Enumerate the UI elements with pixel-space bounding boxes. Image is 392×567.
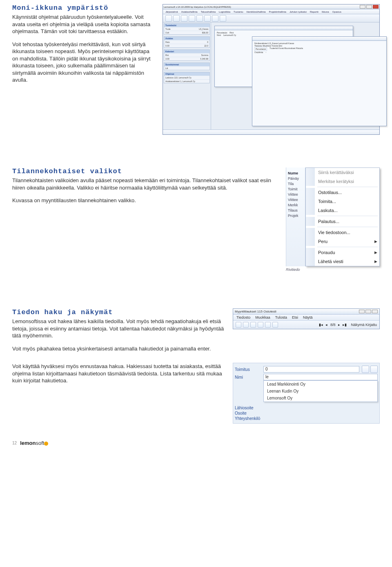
sec3-p3: Voit käyttää hyväksesi myös ennustavaa h…	[12, 363, 225, 384]
grid-header: Nume	[288, 171, 303, 175]
child-window[interactable]: Nimikerakisteri LS_Kassa Lemonsoft Kassa…	[252, 36, 387, 126]
menu-item[interactable]: Projektinhallinta	[269, 11, 286, 13]
field-label: Toimitus	[235, 367, 261, 372]
menu-item[interactable]: Henkilöstöhallinta	[247, 11, 266, 13]
brand-dot-icon	[44, 442, 48, 446]
context-menu-item[interactable]: Toimita...	[315, 197, 379, 206]
menu-item[interactable]: Näytä	[303, 315, 313, 319]
toolbar-button[interactable]	[212, 15, 218, 22]
suggestion-item[interactable]: Leenan Kudin Oy	[264, 388, 377, 395]
grid-footer-label: Rivitiedo	[286, 268, 380, 272]
autocomplete-dropdown: Lead Markkinointi Oy Leenan Kudin Oy Lem…	[263, 380, 378, 402]
sec3-heading: Tiedon haku ja näkymät	[12, 308, 225, 316]
pager-label: 8/8	[330, 323, 336, 327]
context-menu-item[interactable]: Laskuta...	[315, 206, 379, 215]
toolbar-button[interactable]	[220, 15, 226, 22]
view-label: Näkymä Kirjattu	[351, 323, 377, 327]
menu-item[interactable]: Etsi	[292, 315, 298, 319]
menu-item[interactable]: Logistiikka	[219, 11, 230, 13]
field-label: Yhteyshenkilö	[235, 416, 261, 421]
toolbar-button[interactable]	[204, 15, 211, 22]
max-icon[interactable]	[366, 5, 372, 9]
menu-item[interactable]: Opastus	[332, 11, 341, 13]
max-icon[interactable]	[365, 310, 371, 313]
toimitus-input[interactable]: 0	[263, 366, 359, 373]
menu-item[interactable]: Asiakashallinta	[181, 11, 198, 13]
page-number: 12	[12, 441, 17, 445]
sec1-p1: Käynnistät ohjelmat pääruudun työskentel…	[12, 13, 155, 35]
context-menu-item[interactable]: Lähetä viesti▶	[315, 257, 379, 266]
app-screenshot: Lemonsoft v.14.10.2009 kp Harjoitus (LOC…	[163, 4, 380, 135]
context-menu-screenshot: Nume Päiväy Tila Toimit Viittee Viittee …	[286, 167, 380, 266]
suggestion-item[interactable]: Lead Markkinointi Oy	[264, 381, 377, 388]
context-menu-item[interactable]: Ostotilaus...	[315, 188, 379, 197]
min-icon[interactable]	[359, 310, 365, 313]
field-label: Lähiosoite	[235, 406, 261, 410]
min-icon[interactable]	[360, 5, 365, 9]
window-title: Myyntitilaukset 115 Ostotesti	[235, 310, 276, 313]
last-icon[interactable]: ▸▮	[343, 323, 347, 327]
sec1-heading: Moni-ikkuna ympäristö	[12, 4, 155, 12]
app-left-panels: Tuotetiedot TuoteLS_Kassa Ovh836.00 Asia…	[163, 22, 211, 129]
grid-label: Päiväy	[288, 176, 303, 181]
context-menu-item[interactable]: Palautus...	[315, 217, 379, 226]
nimi-input[interactable]: le	[263, 374, 378, 380]
field-label: Osoite	[235, 411, 261, 415]
field-label: Nimi	[235, 375, 261, 379]
prev-icon[interactable]: ◂	[325, 323, 329, 327]
menu-item[interactable]: Taloushallinta	[201, 11, 216, 13]
toolbar-button[interactable]	[189, 15, 195, 22]
toolbar-button[interactable]	[258, 322, 263, 328]
toolbar-button[interactable]	[181, 15, 187, 22]
sec2-heading: Tilannekohtaiset valikot	[12, 167, 278, 175]
suggestion-item[interactable]: Lemonsoft Oy	[264, 395, 377, 402]
grid-label: Viittee	[288, 198, 303, 202]
toolbar-button[interactable]	[243, 322, 249, 328]
next-icon[interactable]: ▸	[337, 323, 341, 327]
context-menu: Siirrä kerättäväksiMerkitse kerätyksiOst…	[305, 167, 380, 266]
sec3-p2: Voit myös pikahakea tietoa yksinkertaise…	[12, 345, 225, 353]
toolbar-button[interactable]	[236, 322, 241, 328]
grid-label: Tila	[288, 182, 303, 186]
sec2-p1: Tilannekohtaisten valikoiden avulla pääs…	[12, 177, 278, 191]
sec3-p1: Lemonsoftissa voit hakea lähes kaikilla …	[12, 318, 225, 339]
close-icon[interactable]	[373, 5, 379, 9]
context-menu-item[interactable]: Poraudu▶	[315, 248, 379, 257]
context-menu-item[interactable]: Siirrä kerättäväksi	[315, 168, 379, 177]
search-window-screenshot: Myyntitilaukset 115 Ostotesti Tiedosto M…	[233, 308, 380, 329]
context-menu-item[interactable]: Peru▶	[315, 237, 379, 246]
close-icon[interactable]	[372, 310, 378, 313]
context-menu-item[interactable]: Merkitse kerätyksi	[315, 177, 379, 186]
sec2-p2: Kuvassa on myyntitilausten tilannekohtai…	[12, 197, 278, 204]
menu-item[interactable]: Ikkuna	[322, 11, 329, 13]
menu-item[interactable]: Raportit	[310, 11, 318, 13]
app-title: Lemonsoft v.14.10.2009 kp Harjoitus (LOC…	[164, 6, 231, 8]
autocomplete-screenshot: Toimitus 0 Nimi le Lead Markkinointi Oy	[233, 363, 380, 424]
menu-item[interactable]: Tulosta	[275, 315, 287, 319]
toolbar-button[interactable]	[196, 15, 203, 22]
grid-label: Tilaus	[288, 208, 303, 212]
grid-label: Merkk	[288, 203, 303, 207]
toolbar-button[interactable]	[265, 322, 271, 328]
sec1-p2: Voit tehostaa työskentelyäsi merkittäväs…	[12, 41, 155, 84]
menu-item[interactable]: Tiedosto	[236, 315, 250, 319]
app-menubar: Järjestelmä Asiakashallinta Taloushallin…	[163, 9, 379, 14]
toolbar-button[interactable]	[250, 322, 256, 328]
menu-item[interactable]: Tuotanto	[234, 11, 243, 13]
menu-item[interactable]: Muokkaa	[255, 315, 270, 319]
person-icon[interactable]	[370, 366, 378, 373]
grid-label: Toimit	[288, 187, 303, 191]
app-toolbar	[163, 14, 379, 22]
toolbar-button[interactable]	[173, 15, 180, 22]
brand-logo: lemonsoft	[20, 440, 48, 446]
grid-label: Viittee	[288, 192, 303, 196]
menu-item[interactable]: Järjestelmä	[165, 11, 178, 13]
grid-label: Projek	[288, 214, 303, 218]
menu-item[interactable]: Johdon työkalut	[290, 11, 307, 13]
toolbar-button[interactable]	[272, 322, 278, 328]
toolbar-button[interactable]	[165, 15, 172, 22]
first-icon[interactable]: ▮◂	[319, 323, 323, 327]
context-menu-item[interactable]: Vie tiedostoon...	[315, 228, 379, 237]
search-icon[interactable]	[362, 366, 369, 373]
